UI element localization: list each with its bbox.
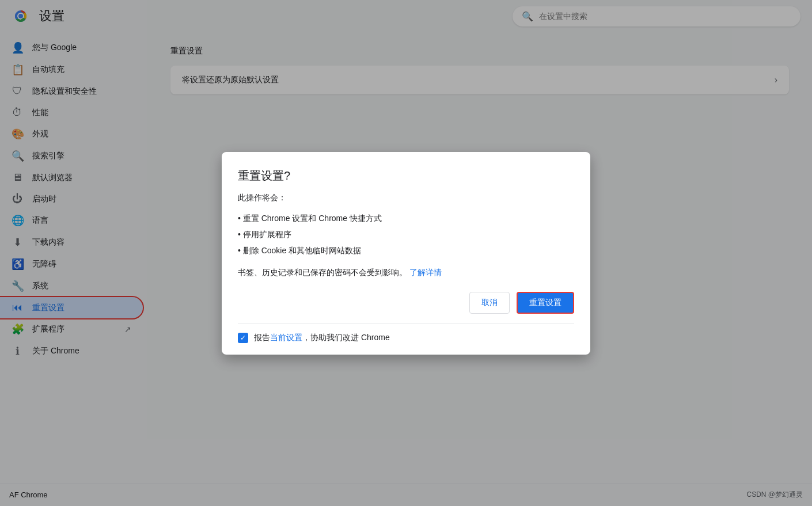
footer-suffix: ，协助我们改进 Chrome — [302, 333, 390, 342]
dialog-list: • 重置 Chrome 设置和 Chrome 快捷方式 • 停用扩展程序 • 删… — [238, 210, 574, 258]
dialog-list-item: • 重置 Chrome 设置和 Chrome 快捷方式 — [238, 210, 574, 226]
footer-label: 报告 — [254, 333, 270, 342]
dialog-note-text: 书签、历史记录和已保存的密码不会受到影响。 — [238, 268, 407, 277]
footer-text: 报告当前设置，协助我们改进 Chrome — [254, 333, 390, 343]
report-checkbox[interactable]: ✓ — [238, 333, 248, 343]
dialog-overlay: 重置设置? 此操作将会： • 重置 Chrome 设置和 Chrome 快捷方式… — [0, 0, 812, 506]
dialog-footer: ✓ 报告当前设置，协助我们改进 Chrome — [238, 323, 574, 343]
dialog-list-item: • 删除 Cookie 和其他临时网站数据 — [238, 242, 574, 258]
dialog-list-item: • 停用扩展程序 — [238, 226, 574, 242]
cancel-button[interactable]: 取消 — [469, 292, 510, 314]
reset-confirm-button[interactable]: 重置设置 — [517, 292, 574, 314]
checkmark-icon: ✓ — [240, 334, 246, 342]
current-settings-link[interactable]: 当前设置 — [270, 333, 302, 342]
dialog-title: 重置设置? — [238, 168, 574, 184]
learn-more-link[interactable]: 了解详情 — [409, 268, 442, 277]
dialog-note: 书签、历史记录和已保存的密码不会受到影响。 了解详情 — [238, 268, 574, 278]
dialog-actions: 取消 重置设置 — [238, 292, 574, 314]
reset-dialog: 重置设置? 此操作将会： • 重置 Chrome 设置和 Chrome 快捷方式… — [222, 152, 590, 355]
dialog-subtitle: 此操作将会： — [238, 193, 574, 203]
